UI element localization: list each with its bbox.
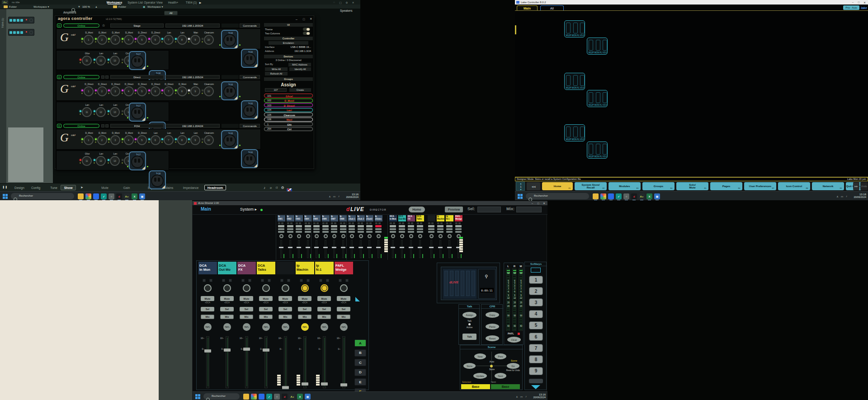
mute-button[interactable]: Mute: [278, 296, 292, 301]
mini-fader-track[interactable]: [333, 240, 335, 258]
mini-mute-button[interactable]: [331, 225, 337, 227]
mini-mute-button[interactable]: [375, 225, 382, 227]
pafl-button[interactable]: PAFL: [340, 323, 348, 331]
mini-mix-button[interactable]: [358, 231, 364, 233]
gain-knob[interactable]: [340, 284, 348, 292]
mini-mix-button[interactable]: [455, 231, 462, 233]
pafl-button[interactable]: PAFL: [262, 323, 270, 331]
home-button[interactable]: Home: [409, 207, 425, 212]
mute-button[interactable]: Mute: [201, 296, 214, 301]
group-item[interactable]: 105Clearcom: [264, 113, 313, 117]
mix-button[interactable]: Mix: [298, 315, 311, 319]
speaker-tile[interactable]: Tr16: [241, 100, 258, 119]
taskbar-icon-aplus[interactable]: A+: [124, 193, 130, 199]
workspace-dropdown-right[interactable]: ◉Workspace ▾: [143, 5, 175, 9]
surface-screen[interactable]: dLIVE⚲0:09:11: [441, 267, 497, 300]
nav-system[interactable]: System ▸: [240, 207, 263, 212]
workspace-dropdown-left[interactable]: Workspace ▾: [33, 5, 62, 9]
mode-tab-design[interactable]: Design: [12, 185, 27, 190]
mini-sel-button[interactable]: [331, 228, 337, 230]
mute-button[interactable]: Mute: [337, 296, 350, 301]
port-knob[interactable]: 7: [164, 135, 174, 145]
window-icon[interactable]: ▢: [338, 0, 343, 4]
favorite-star-icon[interactable]: ☆: [101, 23, 106, 28]
scene-go-button[interactable]: Go: [507, 363, 519, 369]
mini-mute-button[interactable]: [358, 225, 364, 227]
mini-fader-cap[interactable]: [359, 247, 363, 248]
assign-button[interactable]: [319, 279, 322, 282]
mini-fader-cap[interactable]: [288, 247, 292, 248]
mini-fader-cap[interactable]: [306, 247, 310, 248]
mini-fader-cap[interactable]: [418, 247, 422, 248]
taskbar-icon-monitor[interactable]: ▣: [654, 193, 660, 199]
lock-icon[interactable]: ⊘: [269, 185, 273, 190]
group-item[interactable]: 1Gfit: [264, 122, 313, 126]
tray-icon[interactable]: ♪: [524, 394, 528, 399]
page-down-arrow[interactable]: ▼: [516, 188, 525, 191]
host-tab-operator-view[interactable]: Operator View: [144, 0, 163, 5]
gain-knob[interactable]: [301, 284, 309, 292]
mini-mix-button[interactable]: [340, 231, 346, 233]
taskbar-icon-chrome[interactable]: [85, 193, 91, 199]
mini-mix-button[interactable]: [331, 231, 337, 233]
emulation-button[interactable]: Emulation: [269, 41, 308, 45]
mini-button[interactable]: [393, 222, 395, 224]
gear-icon[interactable]: ⚙: [344, 0, 349, 4]
interface-value[interactable]: USB-C BBBB 19...: [281, 46, 311, 49]
mini-fader-cap[interactable]: [438, 247, 443, 248]
mini-fader-track[interactable]: [392, 240, 394, 258]
view-tab-headroom[interactable]: Headroom: [204, 185, 226, 190]
mini-button[interactable]: [411, 222, 413, 224]
mini-button[interactable]: [431, 222, 434, 224]
softkeys-up-arrow[interactable]: [531, 268, 540, 273]
selected-scene-bar[interactable]: Base: [461, 384, 490, 389]
taskbar-icon-excel[interactable]: X: [132, 193, 137, 199]
port-knob[interactable]: 2: [97, 35, 107, 45]
page-stepper[interactable]: ▲1▼: [516, 182, 525, 191]
speaker-tile[interactable]: Tr17: [129, 103, 146, 122]
assign-button[interactable]: [326, 279, 329, 282]
minimize-button[interactable]: –: [530, 202, 535, 205]
bridge-strip[interactable]: IpHW1: [278, 215, 285, 260]
lake-module[interactable]: M12P MON FL V3.0: [587, 141, 608, 159]
mini-fader-track[interactable]: [430, 240, 432, 258]
mini-mix-button[interactable]: [399, 231, 405, 233]
mini-mix-button[interactable]: [417, 231, 423, 233]
port-knob[interactable]: 5: [137, 35, 147, 45]
amplifier-thumbnail[interactable]: [8, 29, 34, 36]
pafl-button[interactable]: PAFL: [301, 323, 309, 331]
port-knob[interactable]: 3: [110, 35, 120, 45]
mini-knob[interactable]: [297, 234, 301, 238]
header-mini-box[interactable]: [101, 124, 104, 127]
mini-button[interactable]: [375, 222, 377, 224]
minimize-button[interactable]: –: [850, 0, 855, 4]
mini-fader-track[interactable]: [360, 240, 362, 258]
mini-button[interactable]: [358, 222, 360, 224]
mini-mute-button[interactable]: [428, 225, 434, 227]
mini-button[interactable]: [352, 222, 354, 224]
mini-mix-button[interactable]: [390, 231, 396, 233]
group-item[interactable]: 254Ctrl: [264, 127, 313, 131]
strip-header[interactable]: DCAIn Mon: [198, 262, 217, 274]
folder-dropdown-right[interactable]: Folder: [113, 5, 141, 9]
taskbar-icon-app-blue[interactable]: [259, 394, 264, 400]
prio-auto-button[interactable]: Prio - Auto: [843, 5, 859, 10]
mini-sel-button[interactable]: [428, 228, 434, 230]
mini-button[interactable]: [331, 222, 333, 224]
sel-button[interactable]: Sel: [240, 307, 253, 311]
fkey-pages[interactable]: PagesF6: [710, 182, 742, 190]
taskbar-icon-check[interactable]: ✓: [101, 193, 107, 199]
mini-button[interactable]: [290, 222, 292, 224]
mix-field[interactable]: [516, 207, 542, 212]
taskbar-icon-dlive[interactable]: d: [282, 394, 288, 400]
mini-mix-button[interactable]: [408, 231, 414, 233]
port-knob[interactable]: 1: [84, 35, 94, 45]
bridge-strip[interactable]: IpHW8: [340, 215, 347, 260]
mini-knob[interactable]: [324, 234, 328, 238]
port-knob[interactable]: 7: [164, 35, 174, 45]
assign-button[interactable]: [339, 279, 342, 282]
sel-button[interactable]: Sel: [220, 307, 234, 311]
mix-button[interactable]: Mix: [317, 315, 331, 319]
mini-mute-button[interactable]: [296, 225, 302, 227]
device-ip-field[interactable]: 192.168.1.203/24: [165, 24, 220, 28]
